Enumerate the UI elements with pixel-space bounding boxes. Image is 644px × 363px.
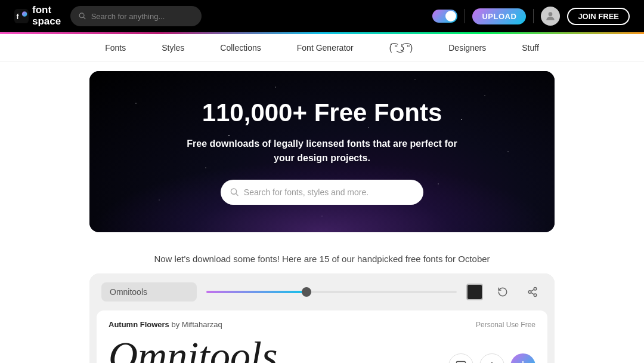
font-license: Personal Use Free — [476, 321, 535, 329]
hero-section: 110,000+ Free Fonts Free downloads of le… — [89, 71, 555, 232]
join-button[interactable]: JOIN FREE — [567, 8, 630, 25]
font-meta: Autumn Flowers by Miftaharzaq Personal U… — [109, 320, 535, 329]
upload-button[interactable]: UPLOAD — [472, 8, 526, 24]
header-search-bar[interactable] — [70, 6, 202, 26]
hero-search-input[interactable] — [244, 187, 414, 197]
share-button[interactable] — [522, 282, 543, 302]
image-icon — [455, 360, 467, 363]
hero-search-icon — [230, 187, 239, 197]
svg-line-7 — [236, 193, 238, 195]
svg-line-4 — [83, 17, 85, 19]
svg-line-12 — [531, 290, 534, 291]
svg-point-2 — [22, 11, 27, 17]
nav-designers[interactable]: Designers — [448, 43, 486, 53]
svg-line-11 — [531, 293, 534, 294]
logo-icon: f — [14, 9, 29, 23]
header-right: UPLOAD JOIN FREE — [432, 7, 630, 26]
share-icon — [527, 287, 538, 297]
logo-text: font space — [32, 5, 61, 27]
add-button[interactable] — [479, 353, 504, 363]
section-subtitle: Now let's download some fonts! Here are … — [0, 254, 644, 264]
download-button[interactable] — [510, 353, 535, 363]
dark-mode-toggle[interactable] — [432, 10, 457, 23]
avatar[interactable] — [541, 7, 560, 26]
font-by: by — [171, 320, 181, 329]
font-size-slider-thumb[interactable] — [302, 287, 311, 297]
nav-styles[interactable]: Styles — [162, 43, 184, 53]
hero-content: 110,000+ Free Fonts Free downloads of le… — [179, 99, 465, 205]
font-preview-area: Autumn Flowers by Miftaharzaq Personal U… — [97, 310, 547, 363]
refresh-icon — [497, 287, 508, 297]
download-icon — [517, 360, 529, 363]
font-size-slider-wrap — [206, 291, 457, 293]
nav-collections[interactable]: Collections — [220, 43, 261, 53]
hero-search-bar[interactable] — [221, 180, 423, 205]
font-preview-container: Autumn Flowers by Miftaharzaq Personal U… — [89, 310, 555, 363]
preview-image-button[interactable] — [448, 353, 473, 363]
font-preview-text-input[interactable] — [101, 282, 197, 302]
color-swatch[interactable] — [466, 284, 483, 300]
font-card-toolbar — [89, 273, 555, 310]
search-icon — [79, 12, 86, 20]
hero-title: 110,000+ Free Fonts — [179, 99, 465, 127]
nav-fonts[interactable]: Fonts — [105, 43, 126, 53]
main-nav: Fonts Styles Collections Font Generator … — [0, 34, 644, 61]
nav-lenny[interactable]: ( ͡° ͜ʖ ͡°) — [389, 43, 413, 53]
font-size-slider-track — [206, 291, 457, 293]
refresh-button[interactable] — [493, 282, 513, 302]
font-meta-left: Autumn Flowers by Miftaharzaq — [109, 320, 222, 329]
nav-stuff[interactable]: Stuff — [522, 43, 539, 53]
font-designer: Miftaharzaq — [182, 320, 222, 329]
header-search-input[interactable] — [91, 12, 194, 21]
font-name: Autumn Flowers — [109, 320, 169, 329]
svg-point-5 — [549, 12, 553, 16]
hero-subtitle: Free downloads of legally licensed fonts… — [179, 137, 465, 165]
plus-icon — [486, 360, 498, 363]
font-preview-text: Omnitools — [109, 334, 277, 363]
header-divider-2 — [533, 9, 534, 23]
logo: f font space — [14, 5, 61, 27]
font-card: Autumn Flowers by Miftaharzaq Personal U… — [89, 273, 555, 363]
header: f font space UPLOAD — [0, 0, 644, 32]
header-divider — [465, 9, 465, 23]
nav-font-generator[interactable]: Font Generator — [297, 43, 354, 53]
